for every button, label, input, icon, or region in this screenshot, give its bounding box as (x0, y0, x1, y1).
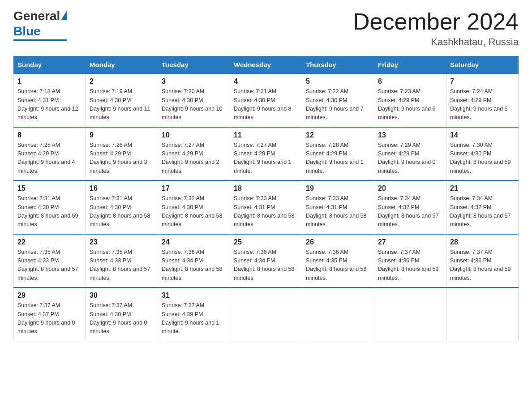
day-number: 21 (450, 184, 515, 193)
day-number: 1 (17, 77, 82, 86)
table-row: 3 Sunrise: 7:20 AMSunset: 4:30 PMDayligh… (158, 73, 230, 127)
table-row: 10 Sunrise: 7:27 AMSunset: 4:29 PMDaylig… (158, 127, 230, 181)
table-row: 16 Sunrise: 7:31 AMSunset: 4:30 PMDaylig… (86, 180, 158, 234)
day-info: Sunrise: 7:27 AMSunset: 4:29 PMDaylight:… (162, 142, 219, 174)
page-header: General Blue December 2024 Kashkhatau, R… (13, 9, 519, 48)
day-number: 10 (162, 131, 226, 139)
day-number: 16 (90, 184, 154, 193)
day-number: 6 (378, 77, 442, 86)
day-number: 4 (234, 77, 298, 86)
table-row: 24 Sunrise: 7:36 AMSunset: 4:34 PMDaylig… (158, 234, 230, 288)
day-info: Sunrise: 7:22 AMSunset: 4:30 PMDaylight:… (306, 88, 364, 120)
day-info: Sunrise: 7:20 AMSunset: 4:30 PMDaylight:… (162, 88, 223, 120)
day-info: Sunrise: 7:25 AMSunset: 4:29 PMDaylight:… (17, 142, 75, 174)
day-info: Sunrise: 7:37 AMSunset: 4:37 PMDaylight:… (17, 302, 75, 334)
day-number: 14 (450, 131, 515, 139)
table-row: 8 Sunrise: 7:25 AMSunset: 4:29 PMDayligh… (14, 127, 86, 181)
day-number: 17 (162, 184, 226, 193)
day-info: Sunrise: 7:28 AMSunset: 4:29 PMDaylight:… (306, 142, 364, 174)
day-number: 9 (90, 131, 154, 139)
table-row: 18 Sunrise: 7:33 AMSunset: 4:31 PMDaylig… (230, 180, 302, 234)
day-info: Sunrise: 7:35 AMSunset: 4:33 PMDaylight:… (90, 249, 150, 281)
day-info: Sunrise: 7:37 AMSunset: 4:36 PMDaylight:… (450, 249, 511, 281)
table-row: 19 Sunrise: 7:33 AMSunset: 4:31 PMDaylig… (302, 180, 374, 234)
calendar-week-4: 22 Sunrise: 7:35 AMSunset: 4:33 PMDaylig… (14, 234, 519, 288)
title-section: December 2024 Kashkhatau, Russia (353, 9, 519, 48)
day-number: 19 (306, 184, 370, 193)
day-info: Sunrise: 7:36 AMSunset: 4:35 PMDaylight:… (306, 249, 367, 281)
col-monday: Monday (86, 56, 158, 74)
col-sunday: Sunday (14, 56, 86, 74)
logo-underline (13, 39, 67, 41)
calendar-week-3: 15 Sunrise: 7:31 AMSunset: 4:30 PMDaylig… (14, 180, 519, 234)
logo-blue-text: Blue (13, 24, 41, 39)
day-info: Sunrise: 7:37 AMSunset: 4:36 PMDaylight:… (378, 249, 439, 281)
table-row: 11 Sunrise: 7:27 AMSunset: 4:29 PMDaylig… (230, 127, 302, 181)
table-row: 30 Sunrise: 7:37 AMSunset: 4:38 PMDaylig… (86, 287, 158, 341)
day-info: Sunrise: 7:26 AMSunset: 4:29 PMDaylight:… (90, 142, 147, 174)
day-info: Sunrise: 7:36 AMSunset: 4:34 PMDaylight:… (162, 249, 223, 281)
day-number: 24 (162, 238, 226, 246)
day-number: 22 (17, 238, 82, 246)
day-number: 23 (90, 238, 154, 246)
table-row: 9 Sunrise: 7:26 AMSunset: 4:29 PMDayligh… (86, 127, 158, 181)
table-row: 4 Sunrise: 7:21 AMSunset: 4:30 PMDayligh… (230, 73, 302, 127)
day-number: 25 (234, 238, 298, 246)
table-row: 21 Sunrise: 7:34 AMSunset: 4:32 PMDaylig… (446, 180, 519, 234)
table-row: 28 Sunrise: 7:37 AMSunset: 4:36 PMDaylig… (446, 234, 519, 288)
day-info: Sunrise: 7:29 AMSunset: 4:29 PMDaylight:… (378, 142, 436, 174)
table-row: 29 Sunrise: 7:37 AMSunset: 4:37 PMDaylig… (14, 287, 86, 341)
day-info: Sunrise: 7:36 AMSunset: 4:34 PMDaylight:… (234, 249, 295, 281)
calendar-week-1: 1 Sunrise: 7:18 AMSunset: 4:31 PMDayligh… (14, 73, 519, 127)
table-row: 2 Sunrise: 7:19 AMSunset: 4:30 PMDayligh… (86, 73, 158, 127)
table-row: 27 Sunrise: 7:37 AMSunset: 4:36 PMDaylig… (374, 234, 446, 288)
day-info: Sunrise: 7:27 AMSunset: 4:29 PMDaylight:… (234, 142, 292, 174)
table-row: 14 Sunrise: 7:30 AMSunset: 4:30 PMDaylig… (446, 127, 519, 181)
table-row (374, 287, 446, 341)
day-info: Sunrise: 7:30 AMSunset: 4:30 PMDaylight:… (450, 142, 511, 174)
day-number: 15 (17, 184, 82, 193)
day-info: Sunrise: 7:24 AMSunset: 4:29 PMDaylight:… (450, 88, 508, 120)
table-row: 31 Sunrise: 7:37 AMSunset: 4:39 PMDaylig… (158, 287, 230, 341)
col-wednesday: Wednesday (230, 56, 302, 74)
table-row: 20 Sunrise: 7:34 AMSunset: 4:32 PMDaylig… (374, 180, 446, 234)
table-row: 6 Sunrise: 7:23 AMSunset: 4:29 PMDayligh… (374, 73, 446, 127)
table-row: 7 Sunrise: 7:24 AMSunset: 4:29 PMDayligh… (446, 73, 519, 127)
table-row: 1 Sunrise: 7:18 AMSunset: 4:31 PMDayligh… (14, 73, 86, 127)
table-row (230, 287, 302, 341)
day-number: 3 (162, 77, 226, 86)
day-info: Sunrise: 7:37 AMSunset: 4:38 PMDaylight:… (90, 302, 147, 334)
day-info: Sunrise: 7:21 AMSunset: 4:30 PMDaylight:… (234, 88, 292, 120)
day-number: 5 (306, 77, 370, 86)
col-tuesday: Tuesday (158, 56, 230, 74)
day-number: 12 (306, 131, 370, 139)
logo-general-text: General (13, 9, 60, 23)
day-number: 27 (378, 238, 442, 246)
day-info: Sunrise: 7:33 AMSunset: 4:31 PMDaylight:… (306, 195, 367, 227)
calendar-week-2: 8 Sunrise: 7:25 AMSunset: 4:29 PMDayligh… (14, 127, 519, 181)
day-info: Sunrise: 7:23 AMSunset: 4:29 PMDaylight:… (378, 88, 436, 120)
table-row (446, 287, 519, 341)
logo-triangle-icon (61, 10, 67, 20)
day-number: 13 (378, 131, 442, 139)
day-info: Sunrise: 7:34 AMSunset: 4:32 PMDaylight:… (378, 195, 439, 227)
table-row: 12 Sunrise: 7:28 AMSunset: 4:29 PMDaylig… (302, 127, 374, 181)
table-row: 15 Sunrise: 7:31 AMSunset: 4:30 PMDaylig… (14, 180, 86, 234)
month-title: December 2024 (353, 9, 519, 34)
day-number: 20 (378, 184, 442, 193)
location-label: Kashkhatau, Russia (353, 36, 519, 48)
day-number: 30 (90, 291, 154, 300)
day-info: Sunrise: 7:35 AMSunset: 4:33 PMDaylight:… (17, 249, 78, 281)
col-thursday: Thursday (302, 56, 374, 74)
table-row: 25 Sunrise: 7:36 AMSunset: 4:34 PMDaylig… (230, 234, 302, 288)
day-number: 8 (17, 131, 82, 139)
day-number: 26 (306, 238, 370, 246)
day-info: Sunrise: 7:32 AMSunset: 4:30 PMDaylight:… (162, 195, 223, 227)
col-saturday: Saturday (446, 56, 519, 74)
day-number: 18 (234, 184, 298, 193)
day-number: 11 (234, 131, 298, 139)
day-number: 28 (450, 238, 515, 246)
day-info: Sunrise: 7:34 AMSunset: 4:32 PMDaylight:… (450, 195, 511, 227)
logo: General Blue (13, 9, 67, 41)
day-number: 31 (162, 291, 226, 300)
